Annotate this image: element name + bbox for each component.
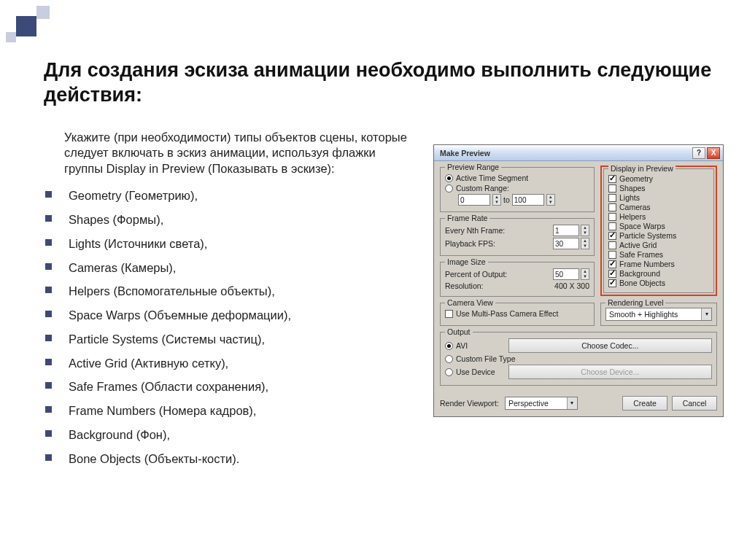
spinner-icon[interactable]: ▲▼	[581, 225, 589, 236]
display-checkbox[interactable]	[608, 260, 616, 268]
fps-label: Playback FPS:	[445, 239, 495, 248]
display-item: Frame Numbers	[608, 260, 709, 268]
display-item: Particle Systems	[608, 231, 709, 240]
multipass-label: Use Multi-Pass Camera Effect	[456, 309, 558, 318]
percent-field[interactable]: 50	[553, 268, 579, 280]
bullet-item: Space Warps (Объемные деформации),	[35, 303, 414, 327]
range-to-field[interactable]: 100	[512, 194, 544, 206]
dialog-titlebar[interactable]: Make Preview ? X	[434, 145, 723, 161]
display-label: Frame Numbers	[619, 260, 675, 268]
render-viewport-combo[interactable]: Perspective ▾	[505, 397, 578, 410]
camera-view-legend: Camera View	[445, 298, 495, 307]
resolution-label: Resolution:	[445, 281, 484, 290]
choose-device-button: Choose Device...	[508, 365, 712, 379]
display-label: Geometry	[619, 174, 653, 183]
cancel-button[interactable]: Cancel	[672, 396, 717, 411]
use-device-radio[interactable]	[445, 368, 453, 376]
output-group: Output AVI Choose Codec... Custom File T…	[440, 332, 717, 386]
dialog-title: Make Preview	[440, 149, 691, 158]
display-label: Particle Systems	[619, 231, 676, 240]
bullet-item: Lights (Источники света),	[35, 232, 414, 256]
display-checkbox[interactable]	[608, 203, 616, 211]
bullet-item: Active Grid (Активную сетку),	[35, 351, 414, 376]
choose-codec-button[interactable]: Choose Codec...	[508, 338, 712, 353]
image-size-group: Image Size Percent of Output: 50▲▼ Resol…	[440, 262, 595, 297]
multipass-checkbox[interactable]	[445, 310, 453, 318]
display-checkbox[interactable]	[608, 270, 616, 278]
rendering-level-legend: Rendering Level	[605, 298, 665, 307]
display-label: Active Grid	[619, 241, 657, 249]
rendering-level-value: Smooth + Highlights	[606, 310, 681, 319]
slide-title: Для создания эскиза анимации необходимо …	[44, 58, 718, 108]
nth-field[interactable]: 1	[553, 225, 579, 236]
display-item: Active Grid	[608, 241, 709, 249]
rendering-level-group: Rendering Level Smooth + Highlights ▾	[600, 303, 717, 326]
close-icon[interactable]: X	[707, 147, 720, 159]
camera-view-group: Camera View Use Multi-Pass Camera Effect	[440, 303, 595, 326]
display-label: Lights	[619, 193, 640, 202]
display-legend: Display in Preview	[608, 164, 676, 173]
display-item: Cameras	[608, 203, 709, 211]
display-label: Cameras	[619, 203, 651, 211]
preview-range-legend: Preview Range	[445, 163, 501, 171]
chevron-down-icon: ▾	[701, 308, 711, 320]
display-checkbox[interactable]	[608, 194, 616, 202]
display-label: Helpers	[619, 212, 646, 221]
custom-file-label: Custom File Type	[456, 354, 516, 363]
avi-label: AVI	[456, 341, 506, 350]
bullet-list: Geometry (Геометрию), Shapes (Формы),Lig…	[35, 184, 414, 470]
avi-radio[interactable]	[445, 342, 453, 350]
display-checkbox[interactable]	[608, 184, 616, 192]
display-checkbox[interactable]	[608, 251, 616, 259]
display-checkbox[interactable]	[608, 213, 616, 221]
chevron-down-icon: ▾	[567, 397, 577, 409]
spinner-icon[interactable]: ▲▼	[581, 238, 589, 249]
resolution-value: 400 X 300	[554, 281, 589, 290]
display-item: Lights	[608, 193, 709, 202]
display-item: Bone Objects	[608, 279, 709, 287]
display-checkbox[interactable]	[608, 175, 616, 183]
bullet-item: Particle Systems (Системы частиц),	[35, 327, 414, 351]
output-legend: Output	[445, 327, 473, 336]
render-viewport-value: Perspective	[506, 399, 551, 408]
render-viewport-label: Render Viewport:	[440, 399, 499, 408]
nth-label: Every Nth Frame:	[445, 226, 505, 235]
spinner-icon[interactable]: ▲▼	[492, 194, 501, 206]
display-item: Safe Frames	[608, 250, 709, 259]
create-button[interactable]: Create	[622, 396, 667, 411]
custom-range-label: Custom Range:	[456, 184, 509, 192]
intro-text: Укажите (при необходимости) типы объекто…	[64, 130, 414, 176]
spinner-icon[interactable]: ▲▼	[546, 194, 555, 206]
display-label: Shapes	[619, 184, 646, 192]
spinner-icon[interactable]: ▲▼	[581, 268, 589, 280]
use-device-label: Use Device	[456, 368, 506, 376]
bullet-item: Safe Frames (Области сохранения),	[35, 375, 414, 399]
display-label: Safe Frames	[619, 250, 663, 259]
bullet-item: Frame Numbers (Номера кадров),	[35, 399, 414, 423]
image-size-legend: Image Size	[445, 257, 488, 266]
display-checkbox[interactable]	[608, 232, 616, 240]
custom-file-radio[interactable]	[445, 355, 453, 363]
help-icon[interactable]: ?	[692, 147, 705, 159]
display-checkbox[interactable]	[608, 222, 616, 230]
to-label: to	[503, 195, 510, 204]
display-checkbox[interactable]	[608, 241, 616, 249]
display-checkbox[interactable]	[608, 279, 616, 287]
display-in-preview-highlight: Display in Preview GeometryShapesLightsC…	[600, 166, 717, 297]
display-item: Helpers	[608, 212, 709, 221]
bullet-item: Bone Objects (Объекты-кости).	[35, 447, 414, 471]
fps-field[interactable]: 30	[553, 238, 579, 249]
rendering-level-combo[interactable]: Smooth + Highlights ▾	[605, 308, 712, 321]
make-preview-dialog: Make Preview ? X Preview Range Active Ti…	[433, 144, 724, 417]
active-time-radio[interactable]	[445, 174, 453, 182]
display-item: Background	[608, 269, 709, 278]
preview-range-group: Preview Range Active Time Segment Custom…	[440, 167, 595, 212]
dialog-footer: Render Viewport: Perspective ▾ Create Ca…	[434, 393, 723, 416]
bullet-item: Background (Фон),	[35, 423, 414, 447]
custom-range-radio[interactable]	[445, 184, 453, 192]
bullet-item: Cameras (Камеры),	[35, 256, 414, 280]
left-column: Укажите (при необходимости) типы объекто…	[35, 130, 414, 470]
bullet-item: Shapes (Формы),	[35, 208, 414, 232]
bullet-item: Geometry (Геометрию),	[35, 184, 414, 208]
range-from-field[interactable]: 0	[458, 194, 490, 206]
